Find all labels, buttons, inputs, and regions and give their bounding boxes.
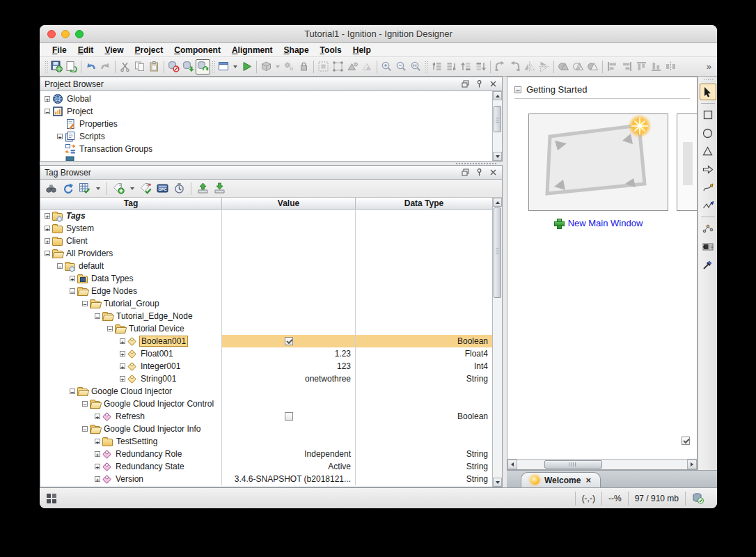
menu-help[interactable]: Help	[347, 45, 377, 55]
pencil-tool[interactable]	[700, 197, 716, 214]
preview-play-icon[interactable]	[239, 59, 254, 74]
arrow-tool[interactable]	[700, 161, 716, 178]
shape-intersect-icon[interactable]	[571, 59, 585, 74]
menu-view[interactable]: View	[99, 45, 129, 55]
column-header-datatype[interactable]: Data Type	[356, 198, 492, 209]
new-window-icon[interactable]	[216, 59, 231, 74]
order-backward-icon[interactable]	[444, 59, 459, 74]
rotate-cw-icon[interactable]	[493, 59, 507, 74]
import-tags-icon[interactable]	[196, 181, 210, 196]
tag-row-boolean001[interactable]: +Boolean001Boolean	[40, 335, 492, 347]
column-header-value[interactable]: Value	[222, 198, 356, 209]
float-panel-icon[interactable]	[460, 79, 470, 89]
value-checkbox[interactable]	[285, 412, 293, 421]
zoom-out-icon[interactable]	[394, 59, 409, 74]
expand-toggle[interactable]: +	[120, 338, 125, 344]
tag-row-integer001[interactable]: +Integer001123Int4	[40, 360, 492, 372]
scrollbar-track[interactable]	[517, 460, 687, 469]
menu-file[interactable]: File	[47, 45, 72, 55]
refresh-icon[interactable]	[61, 181, 75, 196]
eyedropper-tool[interactable]	[700, 256, 716, 273]
tag-row-version[interactable]: +Version3.4.6-SNAPSHOT (b2018121...Strin…	[40, 473, 492, 485]
tag-browser-header[interactable]: Tag Browser	[40, 166, 502, 180]
expand-toggle[interactable]: −	[107, 326, 113, 331]
gears-icon[interactable]	[282, 59, 297, 74]
save-all-icon[interactable]	[49, 59, 64, 74]
toolbar-grip[interactable]	[425, 61, 428, 73]
close-panel-icon[interactable]	[488, 79, 498, 89]
tag-row-gci-info[interactable]: −Google Cloud Injector Info	[40, 423, 492, 435]
db-rollback-icon[interactable]	[166, 59, 181, 74]
selection-bounds-icon[interactable]	[316, 59, 331, 74]
scrollbar-thumb[interactable]	[544, 460, 602, 469]
export-tags-icon[interactable]	[212, 181, 227, 196]
tag-row-redundancy-state[interactable]: +Redundancy StateActiveString	[40, 460, 492, 473]
component-cube-icon[interactable]	[259, 59, 274, 74]
lock-icon[interactable]	[297, 59, 311, 74]
tree-item-transaction-groups[interactable]: Transaction Groups	[40, 143, 492, 155]
tag-row-refresh[interactable]: +RefreshBoolean	[40, 410, 492, 423]
publish-icon[interactable]	[64, 59, 79, 74]
next-thumbnail-clipped[interactable]	[677, 113, 698, 211]
node-edit-tool[interactable]	[700, 220, 716, 237]
edit-tag-icon[interactable]	[139, 181, 153, 196]
scroll-up-button[interactable]	[493, 91, 502, 100]
menu-project[interactable]: Project	[129, 45, 169, 55]
tag-row-tags[interactable]: +Tags	[40, 210, 492, 222]
scroll-down-button[interactable]	[493, 152, 502, 161]
pin-panel-icon[interactable]	[474, 79, 484, 89]
minimize-window-button[interactable]	[61, 30, 70, 38]
db-sync-icon[interactable]	[181, 59, 196, 74]
scroll-down-button[interactable]	[493, 478, 502, 487]
toolbar-grip[interactable]	[212, 61, 215, 73]
rotate-ccw-icon[interactable]	[507, 59, 522, 74]
scroll-up-button[interactable]	[493, 198, 502, 207]
polygon-tool[interactable]	[700, 143, 716, 159]
redo-icon[interactable]	[98, 59, 113, 74]
title-bar[interactable]: Tutorial1 - Ignition - Ignition Designer	[40, 25, 717, 43]
float-panel-icon[interactable]	[460, 168, 470, 178]
db-merge-icon[interactable]	[196, 59, 210, 74]
component-dropdown-icon[interactable]	[276, 65, 280, 68]
tag-row-default[interactable]: −default	[40, 260, 492, 272]
align-left-icon[interactable]	[605, 59, 620, 74]
toolbar-grip[interactable]	[45, 61, 48, 73]
tag-row-gci-control[interactable]: −Google Cloud Injector Control	[40, 398, 492, 410]
tab-close-icon[interactable]: ×	[585, 475, 591, 485]
tree-item-global[interactable]: +Global	[40, 93, 492, 105]
expand-toggle[interactable]: −	[45, 109, 50, 114]
menu-edit[interactable]: Edit	[72, 45, 100, 55]
paste-icon[interactable]	[147, 59, 162, 74]
copy-icon[interactable]	[132, 59, 147, 74]
scrollbar-thumb[interactable]	[494, 106, 501, 132]
browse-tags-icon[interactable]	[44, 181, 58, 196]
scrollbar-thumb[interactable]	[494, 207, 501, 298]
path-tool[interactable]	[700, 179, 716, 196]
shape-subtract-icon[interactable]	[585, 59, 600, 74]
expand-toggle[interactable]: +	[120, 351, 125, 356]
shape-select-icon[interactable]	[345, 59, 360, 74]
grid-status-icon[interactable]	[47, 494, 56, 503]
expand-toggle[interactable]: −	[70, 389, 75, 394]
selection-frame-icon[interactable]	[331, 59, 345, 74]
expand-toggle[interactable]: +	[45, 238, 50, 244]
tag-row-client[interactable]: +Client	[40, 235, 492, 247]
panel-splitter[interactable]	[40, 162, 503, 165]
scrollbar-track[interactable]	[493, 207, 502, 478]
close-window-button[interactable]	[47, 30, 56, 38]
distribute-icon[interactable]	[663, 59, 678, 74]
expand-toggle[interactable]: −	[82, 401, 88, 407]
opc-browser-icon[interactable]: OPC	[155, 181, 170, 196]
expand-toggle[interactable]: +	[70, 276, 75, 281]
project-browser-scrollbar[interactable]	[492, 91, 502, 161]
zoom-window-button[interactable]	[75, 30, 84, 38]
tab-welcome[interactable]: Welcome ×	[521, 472, 601, 487]
tree-item-clipped[interactable]	[40, 155, 492, 161]
pin-panel-icon[interactable]	[474, 168, 484, 178]
expand-toggle[interactable]: −	[82, 301, 88, 306]
gradient-tool[interactable]	[700, 238, 716, 255]
toolbar-overflow-button[interactable]: »	[707, 61, 714, 72]
expand-toggle[interactable]: +	[57, 134, 63, 139]
flip-horizontal-icon[interactable]	[522, 59, 537, 74]
new-window-thumbnail[interactable]	[528, 113, 668, 211]
